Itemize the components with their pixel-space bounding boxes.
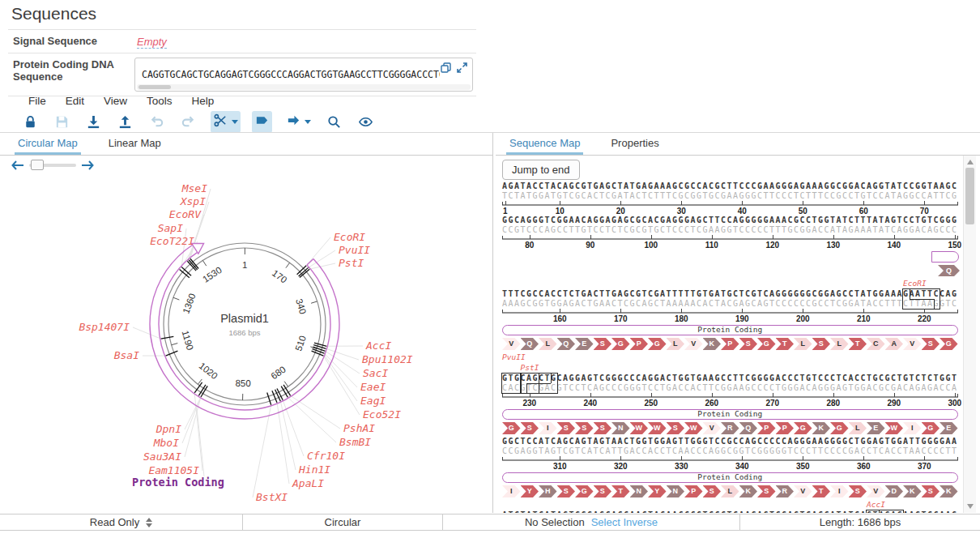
protein-coding-banner[interactable]: Protein Coding [502, 409, 958, 420]
enzyme-label-Bsp1407I[interactable]: Bsp1407I [79, 321, 130, 333]
amino-acid-E[interactable]: E [940, 422, 958, 434]
amino-acid-C[interactable]: C [867, 338, 885, 350]
amino-acid-S[interactable]: S [521, 422, 539, 434]
enzyme-label-Eam1105I[interactable]: Eam1105I [148, 464, 199, 476]
annotation-label[interactable]: Protein Coding [132, 476, 224, 489]
amino-acid-H[interactable]: H [539, 485, 557, 497]
enzyme-label-Sau3AI[interactable]: Sau3AI [143, 450, 181, 463]
amino-acid-I[interactable]: I [502, 485, 521, 497]
enzyme-label-PvuII[interactable]: PvuII [339, 244, 370, 256]
circular-plasmid-map[interactable]: 11703405106808501020119013601530MseIXspI… [0, 173, 491, 513]
amino-acid-G[interactable]: G [830, 422, 849, 434]
amino-acid-K[interactable]: K [703, 338, 722, 350]
sequence-map-view[interactable]: Jump to end AGATACCTACAGCGTGAGCTATGAGAAA… [496, 156, 963, 513]
dna-bottom-strand[interactable]: AAAGCGGTGGAGACTGAACTCGCAGCTAAAAACACTACGA… [502, 299, 958, 309]
protein-coding-banner[interactable]: Protein Coding [502, 472, 958, 483]
amino-acid-L[interactable]: L [830, 338, 849, 350]
undo-icon[interactable] [147, 113, 165, 132]
tab-linear-map[interactable]: Linear Map [105, 133, 164, 155]
amino-acid-P[interactable]: P [757, 422, 776, 434]
amino-acid-W[interactable]: W [885, 422, 904, 434]
amino-acid-V[interactable]: V [794, 485, 812, 497]
protein-coding-sequence-value[interactable]: CAGGTGCAGCTGCAGGAGTCGGGCCCAGGACTGGTGAAGC… [142, 69, 440, 80]
enzyme-label-BstXI[interactable]: BstXI [256, 491, 288, 503]
amino-acid-P[interactable]: P [721, 338, 739, 350]
amino-acid-S[interactable]: S [922, 338, 940, 350]
scroll-down-arrow-icon[interactable] [967, 504, 974, 509]
amino-acid-S[interactable]: S [594, 422, 612, 434]
amino-acid-K[interactable]: K [739, 485, 758, 497]
save-icon[interactable] [53, 113, 70, 132]
enzyme-label-BsaI[interactable]: BsaI [114, 349, 139, 361]
amino-acid-E[interactable]: E [867, 422, 885, 434]
amino-acid-R[interactable]: R [776, 485, 795, 497]
lock-icon[interactable] [21, 113, 39, 132]
expand-icon[interactable] [457, 62, 467, 76]
enzyme-label-AccI[interactable]: AccI [365, 339, 391, 352]
dna-top-strand[interactable]: GTGCAGCTGCAGGAGTCGGGCCCAGGACTGGTGAAGCCTT… [502, 374, 958, 383]
amino-acid-S[interactable]: S [922, 485, 940, 497]
enzyme-label-Cfr10I[interactable]: Cfr10I [307, 450, 345, 462]
amino-acid-S[interactable]: S [594, 338, 612, 350]
amino-acid-I[interactable]: I [539, 422, 557, 434]
enzyme-label-EcoT22I[interactable]: EcoT22I [150, 235, 194, 247]
amino-acid-I[interactable]: I [903, 422, 922, 434]
protein-coding-sequence-input[interactable]: CAGGTGCAGCTGCAGGAGTCGGGCCCAGGACTGGTGAAGC… [134, 58, 473, 92]
amino-acid-L[interactable]: L [721, 485, 739, 497]
scissors-icon[interactable] [213, 113, 228, 131]
amino-acid-K[interactable]: K [940, 485, 958, 497]
amino-acid-G[interactable]: G [611, 338, 630, 350]
enzyme-label-PshAI[interactable]: PshAI [343, 422, 375, 434]
amino-acid-D[interactable]: D [885, 485, 904, 497]
jump-to-end-button[interactable]: Jump to end [502, 160, 580, 180]
enzyme-label-Bpu1102I[interactable]: Bpu1102I [362, 353, 413, 365]
amino-acid-P[interactable]: P [776, 422, 795, 434]
enzyme-label-EcoRV[interactable]: EcoRV [169, 208, 202, 220]
amino-acid-S[interactable]: S [739, 338, 758, 350]
enzyme-label-SacI[interactable]: SacI [363, 367, 388, 379]
dna-top-strand[interactable]: GGCTCCATCAGCAGTAGTAACTGGTGGAGTTGGGTCCGCC… [502, 437, 958, 446]
dna-top-strand[interactable]: TTTCGCCACCTCTGACTTGAGCGTCGATTTTTGTGATGCT… [502, 289, 958, 299]
menu-help[interactable]: Help [192, 95, 215, 107]
amino-acid-N[interactable]: N [611, 422, 630, 434]
select-inverse-link[interactable]: Select Inverse [591, 516, 658, 528]
amino-acid-G[interactable]: G [757, 338, 776, 350]
annotation-arc-startcap[interactable] [307, 259, 313, 266]
enzyme-leader-line[interactable] [324, 355, 357, 401]
amino-acid-P[interactable]: P [630, 338, 649, 350]
goto-dropdown-caret[interactable] [305, 120, 311, 124]
amino-acid-W[interactable]: W [684, 422, 703, 434]
zoom-in-arrow-icon[interactable] [81, 160, 94, 171]
cut-button-group[interactable] [211, 111, 241, 133]
enzyme-label-EaeI[interactable]: EaeI [360, 381, 386, 393]
enzyme-label-DpnI[interactable]: DpnI [156, 423, 181, 435]
enzyme-label-Hin1I[interactable]: Hin1I [298, 463, 330, 476]
enzyme-label-PstI[interactable]: PstI [339, 257, 364, 269]
enzyme-label-EcoRI[interactable]: EcoRI [334, 231, 365, 243]
enzyme-label-SapI[interactable]: SapI [158, 222, 183, 234]
menu-view[interactable]: View [104, 95, 127, 107]
amino-acid-N[interactable]: N [630, 485, 649, 497]
amino-acid-R[interactable]: R [721, 422, 739, 434]
enzyme-cut-mark[interactable] [161, 336, 174, 339]
enzyme-label-XspI[interactable]: XspI [180, 195, 206, 207]
amino-acid-S[interactable]: S [575, 422, 594, 434]
redo-icon[interactable] [179, 113, 197, 132]
amino-acid-S[interactable]: S [812, 338, 831, 350]
goto-button-group[interactable] [283, 111, 313, 133]
amino-acid-V[interactable]: V [684, 338, 703, 350]
download-icon[interactable] [84, 113, 102, 132]
amino-acid-Y[interactable]: Y [648, 485, 667, 497]
visibility-eye-icon[interactable] [356, 113, 374, 132]
enzyme-leader-line[interactable] [326, 348, 359, 360]
amino-acid-P[interactable]: P [684, 485, 703, 497]
amino-acid-V[interactable]: V [867, 485, 885, 497]
enzyme-leader-line[interactable] [323, 356, 360, 415]
cut-dropdown-caret[interactable] [232, 120, 238, 124]
amino-acid-L[interactable]: L [539, 338, 557, 350]
amino-acid-E[interactable]: E [575, 338, 594, 350]
amino-acid-V[interactable]: V [502, 338, 521, 350]
enzyme-leader-line[interactable] [280, 401, 296, 470]
amino-acid-G[interactable]: G [940, 338, 958, 350]
amino-acid-G[interactable]: G [502, 422, 521, 434]
